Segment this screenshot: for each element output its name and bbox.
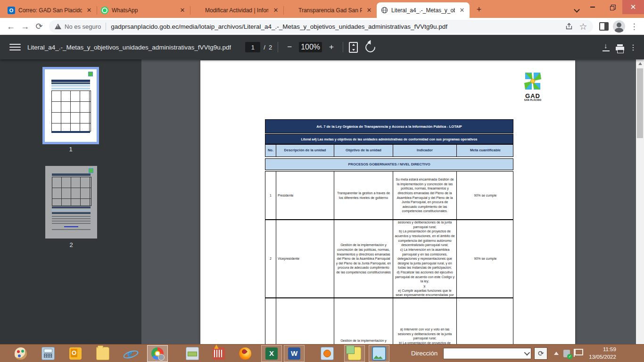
zoom-out-icon[interactable]: − [284, 42, 295, 52]
cell-indicador: a) Intervenir con voz y voto en las sesi… [393, 220, 456, 297]
col-header-meta: Meta cuantificable [456, 145, 514, 156]
page-separator: / [264, 44, 265, 51]
cell-no: 1 [265, 172, 276, 219]
col-header-objetivo: Objetivo de la unidad [334, 145, 393, 156]
scrollbar-thumb[interactable] [637, 68, 643, 138]
page-number-input[interactable]: 1 [245, 42, 260, 52]
thumbnail-page-2-preview [45, 166, 97, 239]
taskbar-outlook-icon[interactable] [65, 345, 86, 362]
thumbnail-page-2[interactable]: 2 [45, 166, 97, 239]
restore-button[interactable] [603, 0, 622, 14]
taskbar-clock[interactable]: 11:59 13/05/2022 [589, 346, 616, 361]
table-row-vocal: 3 I Vocal Gestión de la implementación y… [265, 298, 513, 344]
globe-favicon [380, 7, 388, 14]
window-controls: ✕ [583, 0, 644, 14]
new-tab-button[interactable]: + [472, 3, 486, 16]
tab-label: Literal_a4_.-_Metas_y_objetivos [391, 7, 455, 14]
bookmark-star-icon[interactable]: ☆ [576, 19, 590, 33]
taskbar-chrome-icon[interactable] [147, 345, 168, 362]
taskbar-photo-viewer-icon[interactable] [369, 345, 389, 362]
toolbar-divider [343, 42, 343, 52]
tab-modificar-actividad[interactable]: Modificar Actividad | Informes ✕ [190, 3, 283, 18]
tab-literal-a4-active[interactable]: Literal_a4_.-_Metas_y_objetivos ✕ [377, 2, 470, 18]
toolbar-divider [278, 42, 278, 52]
pdf-more-menu-icon[interactable]: ⋮ [629, 43, 637, 52]
minimize-button[interactable] [583, 0, 603, 14]
fit-to-page-icon[interactable] [349, 42, 358, 53]
pdf-viewer: GAD SAN PLÁCIDO Art. 7 de la Ley Orgánic… [141, 59, 636, 344]
action-center-flag-icon[interactable] [575, 349, 583, 355]
page-controls: 1 / 2 [245, 42, 272, 52]
back-icon[interactable]: ← [4, 19, 18, 33]
page-count: 2 [269, 44, 272, 51]
reload-icon[interactable]: ⟳ [32, 19, 46, 33]
taskbar-excel-icon[interactable]: X [261, 345, 282, 362]
address-toolbar-input[interactable] [443, 348, 531, 359]
security-label: No es seguro [65, 23, 101, 30]
tab-search-chevron-icon[interactable] [571, 4, 583, 15]
vertical-scrollbar[interactable] [636, 59, 644, 344]
col-header-descripcion: Descripción de la unidad [276, 145, 334, 156]
tab-close-icon[interactable]: ✕ [365, 7, 373, 14]
thumbnail-page-1[interactable]: 1 [45, 69, 97, 142]
rotate-icon[interactable] [363, 40, 378, 54]
share-icon[interactable] [562, 19, 576, 33]
tab-close-icon[interactable]: ✕ [458, 7, 466, 14]
scroll-up-arrow-icon[interactable] [638, 62, 642, 65]
cell-objetivo: Gestión de la implementación y concreció… [334, 220, 393, 297]
taskbar-sticky-notes-icon[interactable] [344, 345, 365, 362]
zoom-level[interactable]: 100% [299, 42, 322, 52]
tab-close-icon[interactable]: ✕ [272, 7, 280, 14]
cell-meta: 90% se cumple [456, 172, 514, 219]
cell-no: 3 [265, 298, 276, 344]
taskbar-scanner-icon[interactable] [182, 345, 203, 362]
address-dropdown-chevron-icon[interactable] [524, 350, 530, 356]
print-icon[interactable] [616, 47, 624, 50]
taskbar-file-explorer-icon[interactable] [92, 345, 113, 362]
tab-label: Correo: GAD San Placido - Out [18, 7, 82, 14]
outlook-favicon: O [8, 7, 15, 14]
taskbar-internet-explorer-icon[interactable]: e [120, 345, 140, 362]
taskbar-firefox-icon[interactable] [235, 345, 256, 362]
close-button[interactable]: ✕ [622, 0, 644, 14]
pdf-menu-icon[interactable] [9, 41, 21, 53]
browser-navbar: ← → ⟳ No es seguro gadprsanplacido.gob.e… [0, 18, 644, 35]
zoom-in-icon[interactable]: + [326, 42, 337, 52]
cell-no: 2 [265, 220, 276, 297]
tab-close-icon[interactable]: ✕ [85, 7, 93, 14]
taskbar-paint-icon[interactable] [10, 345, 31, 362]
pdf-toolbar-right: ⋮ [602, 42, 637, 52]
tab-transparencia[interactable]: Transparencia Gad San Placido ✕ [284, 3, 377, 18]
cell-objetivo: Transparentar la gestion a traves de los… [334, 172, 393, 219]
gad-logo-acronym: GAD [521, 93, 544, 99]
profile-avatar[interactable] [612, 19, 626, 33]
address-toolbar-label: Dirección [411, 350, 438, 357]
thumbnail-page-1-number: 1 [45, 146, 97, 153]
forward-icon[interactable]: → [18, 19, 32, 33]
browser-tabstrip: O Correo: GAD San Placido - Out ✕ WhatsA… [0, 0, 644, 18]
taskbar-media-player-icon[interactable] [317, 345, 338, 362]
download-icon[interactable] [602, 42, 611, 52]
taskbar-shredder-icon[interactable] [208, 345, 229, 362]
tab-label: WhatsApp [112, 7, 175, 14]
side-panel-icon[interactable] [597, 19, 611, 33]
table-title: Art. 7 de la Ley Orgánica de Transparenc… [265, 119, 513, 133]
pdf-filename: Literal_a4_.-_Metas_y_objetivos_unidades… [27, 44, 231, 51]
tray-hidden-icons-arrow[interactable] [554, 352, 559, 355]
tab-close-icon[interactable]: ✕ [179, 7, 186, 14]
tab-whatsapp[interactable]: WhatsApp ✕ [97, 3, 190, 18]
usb-device-icon[interactable] [563, 350, 570, 357]
whatsapp-favicon [101, 7, 108, 14]
taskbar-calculator-icon[interactable] [38, 345, 58, 362]
taskbar: e X W Dirección ⟳ 11:59 13/05/2022 [0, 344, 644, 362]
url-text[interactable]: gadprsanplacido.gob.ec/media/lotaip_arch… [111, 23, 562, 30]
thumbnail-page-2-number: 2 [45, 241, 97, 248]
taskbar-word-icon[interactable]: W [284, 345, 305, 362]
gad-favicon [194, 7, 202, 14]
navbar-right-icons: ⋮ [597, 19, 641, 33]
tab-correo-outlook[interactable]: O Correo: GAD San Placido - Out ✕ [4, 3, 97, 18]
browser-menu-icon[interactable]: ⋮ [627, 19, 641, 33]
cell-unidad: I Vocal [276, 298, 334, 344]
omnibox[interactable]: No es seguro gadprsanplacido.gob.ec/medi… [49, 20, 593, 33]
address-go-refresh-icon[interactable]: ⟳ [534, 347, 547, 360]
